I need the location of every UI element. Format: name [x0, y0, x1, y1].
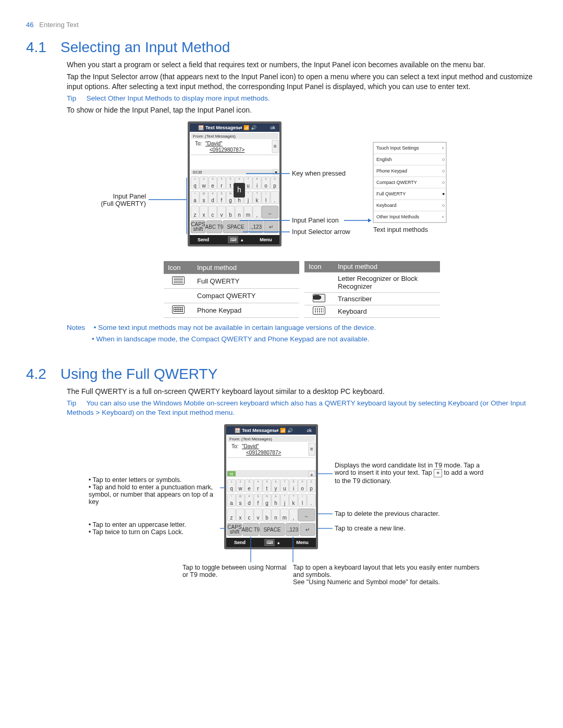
- svg-text:f: f: [258, 500, 259, 505]
- svg-text:(Full QWERTY): (Full QWERTY): [101, 200, 146, 207]
- svg-text:⌨: ⌨: [266, 540, 273, 545]
- svg-text:Phone Keypad: Phone Keypad: [376, 168, 407, 174]
- svg-text:9: 9: [301, 480, 303, 483]
- svg-text:●: ●: [442, 191, 445, 196]
- svg-text:SPACE: SPACE: [263, 526, 280, 532]
- svg-text:8: 8: [256, 177, 258, 180]
- svg-text:b: b: [265, 514, 268, 520]
- svg-text:ok: ok: [307, 428, 312, 433]
- svg-text:f: f: [221, 197, 223, 203]
- svg-text:.,123: .,123: [250, 224, 262, 229]
- full-qwerty-icon: [172, 276, 185, 285]
- svg-text:2: 2: [203, 177, 204, 180]
- svg-text:ok: ok: [270, 125, 275, 130]
- svg-text:s: s: [239, 500, 242, 505]
- svg-text:⇄ 📶 🔊: ⇄ 📶 🔊: [238, 125, 257, 131]
- svg-text:l: l: [265, 197, 266, 203]
- svg-text:4: 4: [221, 177, 222, 180]
- svg-text:1: 1: [230, 480, 232, 483]
- para: Tap the Input Selector arrow (that appea…: [67, 72, 537, 92]
- svg-text:To:: To:: [195, 141, 202, 146]
- svg-text:↵: ↵: [305, 526, 310, 532]
- svg-text:p: p: [273, 182, 276, 188]
- svg-text:<0912980787>: <0912980787>: [210, 147, 244, 153]
- svg-text:8: 8: [292, 480, 294, 483]
- svg-text:<0912980787>: <0912980787>: [246, 450, 281, 455]
- svg-text:Key when pressed: Key when pressed: [292, 170, 346, 177]
- svg-text:q: q: [230, 485, 233, 491]
- input-method-table-right: IconInput method Letter Recognizer or Bl…: [304, 261, 440, 318]
- svg-text:ABC T9: ABC T9: [205, 224, 224, 229]
- svg-text:3: 3: [212, 177, 213, 180]
- svg-text:l: l: [302, 500, 303, 505]
- svg-text:o: o: [264, 182, 267, 188]
- svg-text:Menu: Menu: [260, 237, 272, 242]
- input-method-tables: IconInput method Full QWERTY Compact QWE…: [67, 261, 537, 318]
- svg-text:hi: hi: [230, 472, 233, 476]
- svg-text:c: c: [212, 212, 214, 217]
- svg-text:"David": "David": [242, 443, 259, 449]
- svg-text:SPACE: SPACE: [227, 224, 244, 229]
- svg-text:From: (Text Messages): From: (Text Messages): [229, 437, 272, 441]
- svg-text:e: e: [211, 182, 214, 188]
- svg-text:▴: ▴: [277, 540, 280, 545]
- svg-text:v: v: [221, 212, 223, 217]
- chapter-name: Entering Text: [39, 21, 79, 29]
- svg-text:Keyboard: Keyboard: [376, 203, 397, 208]
- svg-text:To:: To:: [231, 443, 238, 449]
- svg-rect-164: [226, 470, 316, 477]
- svg-text:@: @: [202, 192, 205, 195]
- running-header: 46 Entering Text: [26, 21, 537, 29]
- svg-text:&: &: [275, 495, 277, 498]
- svg-text:From: (Text Messages): From: (Text Messages): [193, 134, 236, 139]
- svg-text:v: v: [257, 514, 260, 520]
- svg-text:c: c: [248, 514, 251, 520]
- figure-full-qwerty: 🪟 Text Messages ok ⇄ 📶 🔊 From: (Text Mes…: [47, 424, 516, 601]
- svg-text:9: 9: [265, 177, 266, 180]
- svg-text:u: u: [247, 182, 250, 188]
- svg-text:u: u: [283, 485, 286, 491]
- svg-text:Compact QWERTY: Compact QWERTY: [376, 180, 417, 185]
- svg-text:Text input methods: Text input methods: [373, 226, 428, 233]
- svg-text:ABC T9: ABC T9: [242, 526, 260, 532]
- svg-text:0: 0: [274, 177, 275, 180]
- svg-text:p: p: [310, 485, 313, 491]
- svg-text:n: n: [274, 514, 277, 520]
- page-number: 46: [26, 21, 33, 29]
- keyboard-icon: [313, 306, 325, 315]
- svg-text:j: j: [284, 500, 285, 505]
- svg-text:shift: shift: [230, 528, 240, 534]
- svg-text:a: a: [193, 197, 197, 203]
- svg-text:?: ?: [292, 495, 294, 498]
- svg-text:w: w: [238, 485, 242, 491]
- svg-text:d: d: [248, 500, 251, 505]
- svg-text:2: 2: [239, 480, 241, 483]
- svg-text:.,123: .,123: [287, 526, 299, 532]
- svg-text:i: i: [256, 182, 258, 188]
- svg-text:w: w: [201, 182, 206, 188]
- svg-text:z: z: [194, 212, 197, 217]
- svg-text:0/130: 0/130: [193, 170, 202, 174]
- svg-text:s: s: [203, 197, 205, 203]
- tip: Tip Select Other Input Methods to displa…: [67, 94, 537, 103]
- svg-text:↵: ↵: [269, 224, 273, 229]
- svg-text:.: .: [311, 500, 312, 505]
- para: When you start a program or select a fie…: [67, 60, 537, 70]
- svg-text:.: .: [274, 197, 276, 203]
- svg-text:⇄ 📶 🔊: ⇄ 📶 🔊: [275, 427, 293, 434]
- transcriber-icon: [313, 294, 325, 302]
- svg-text:🪟: 🪟: [235, 427, 241, 434]
- plus-icon: +: [434, 469, 442, 477]
- svg-text:shift: shift: [193, 226, 203, 231]
- svg-text:Tap to create a new line.: Tap to create a new line.: [335, 525, 406, 532]
- para: The Full QWERTY is a full on-screen QWER…: [67, 387, 537, 397]
- svg-text:←: ←: [304, 513, 309, 519]
- svg-text:q: q: [193, 182, 197, 188]
- svg-text:1: 1: [194, 177, 195, 180]
- svg-text:⌨: ⌨: [230, 237, 237, 242]
- svg-text:g: g: [229, 197, 232, 203]
- svg-text:Touch Input Settings: Touch Input Settings: [376, 145, 419, 151]
- svg-text:Other Input Methods: Other Input Methods: [376, 214, 420, 219]
- svg-text:Send: Send: [234, 540, 246, 545]
- svg-text:Menu: Menu: [296, 540, 309, 545]
